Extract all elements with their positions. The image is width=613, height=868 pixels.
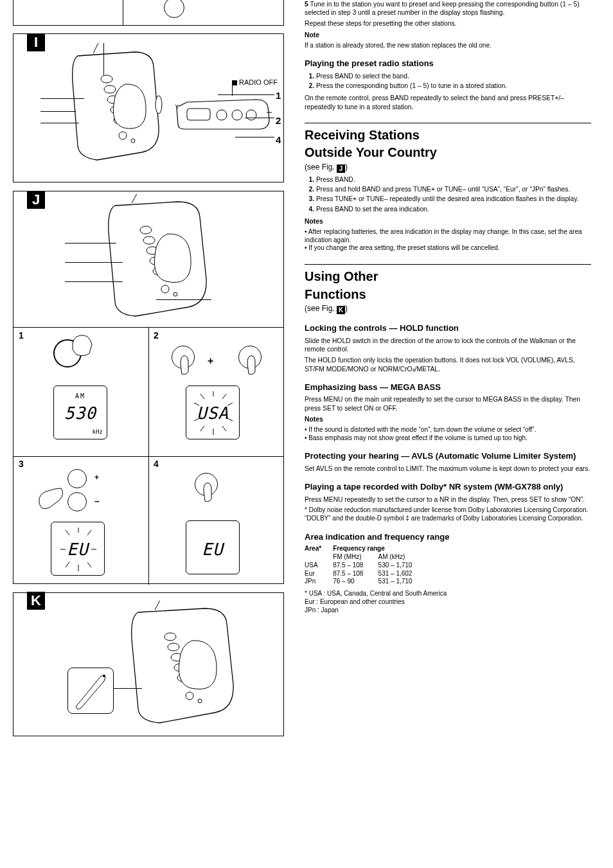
section-divider xyxy=(305,264,591,265)
additional-title-1: Using Other xyxy=(305,269,591,285)
figure-tag-K: K xyxy=(27,592,45,610)
svg-point-10 xyxy=(232,110,242,120)
figure-tag-I: I xyxy=(27,33,45,51)
svg-point-11 xyxy=(246,110,256,120)
svg-point-18 xyxy=(173,292,177,296)
inline-tag-J: J xyxy=(337,164,345,173)
area-step-2: Press and hold BAND and press TUNE+ or T… xyxy=(316,185,591,193)
stub-panel xyxy=(13,0,284,26)
lcd-khz: kHz xyxy=(93,429,103,436)
callout-2: 2 xyxy=(276,114,281,127)
minus-label: – xyxy=(94,496,100,508)
step-5-repeat: Repeat these steps for presetting the ot… xyxy=(305,19,591,28)
dolby-title: Playing a tape recorded with Dolby* NR s… xyxy=(305,482,591,493)
flash-rays-icon xyxy=(51,522,105,576)
svg-line-30 xyxy=(66,530,69,535)
section-divider xyxy=(305,123,591,123)
area-table-footnote: * USA : USA, Canada, Central and South A… xyxy=(305,590,591,614)
svg-line-26 xyxy=(222,426,226,431)
lcd-display: USA xyxy=(186,385,240,439)
svg-point-37 xyxy=(164,633,176,641)
svg-point-9 xyxy=(217,110,227,120)
pen-icon xyxy=(68,668,114,714)
step-cell-1: 1 AM 530 kHz xyxy=(13,328,148,456)
svg-point-1 xyxy=(104,85,116,93)
notes-heading: Notes xyxy=(305,218,323,225)
megabass-title: Emphasizing bass — MEGA BASS xyxy=(305,382,591,393)
receiving-title-1: Receiving Stations xyxy=(305,127,591,144)
area-frequency-table: Area* Frequency range FM (MHz) AM (kHz) … xyxy=(305,545,412,586)
svg-point-7 xyxy=(155,96,162,114)
svg-point-17 xyxy=(161,285,169,293)
flash-rays-icon xyxy=(186,386,240,440)
svg-point-5 xyxy=(119,132,127,139)
text-column: 5 Tune in to the station you want to pre… xyxy=(305,0,591,617)
figure-tag-J: J xyxy=(27,191,45,209)
additional-title-2: Functions xyxy=(305,287,591,303)
lcd-display: AM 530 kHz xyxy=(53,385,107,439)
tune-minus-button-icon xyxy=(67,492,87,511)
lcd-display: EU xyxy=(186,520,240,574)
hold-body2: The HOLD function only locks the operati… xyxy=(305,356,591,373)
megabass-notes-head: Notes xyxy=(305,416,323,423)
play-step-2: Press the corresponding button (1 – 5) t… xyxy=(316,82,591,90)
svg-point-38 xyxy=(168,643,179,651)
svg-line-36 xyxy=(87,562,91,567)
table-row: USA 87.5 – 108 530 – 1,710 xyxy=(305,562,412,570)
area-table-title: Area indication and frequency range xyxy=(305,532,591,543)
area-step-4: Press BAND to set the area indication. xyxy=(316,205,591,213)
lcd-val: EU xyxy=(186,539,239,560)
svg-line-31 xyxy=(87,530,91,535)
dolby-footnote: * Dolby noise reduction manufactured und… xyxy=(305,506,591,523)
detail-callout xyxy=(67,668,114,714)
th-freq: Frequency range xyxy=(333,545,412,553)
svg-point-43 xyxy=(198,699,202,703)
hold-body: Slide the HOLD switch in the direction o… xyxy=(305,337,591,353)
tune-plus-button-icon xyxy=(67,469,87,488)
avls-title: Protecting your hearing — AVLS (Automati… xyxy=(305,451,591,462)
area-note-2: If you change the area setting, the pres… xyxy=(305,244,591,252)
svg-line-23 xyxy=(227,403,233,405)
svg-line-21 xyxy=(222,394,226,399)
svg-point-13 xyxy=(143,236,155,244)
megabass-body: Press MENU on the main unit repeatedly t… xyxy=(305,395,591,412)
device-illustration xyxy=(115,601,244,729)
step-number: 2 xyxy=(154,330,159,342)
svg-line-28 xyxy=(227,418,233,421)
play-remote-note: On the remote control, press BAND repeat… xyxy=(305,94,591,111)
dolby-body: Press MENU repeatedly to set the cursor … xyxy=(305,495,591,504)
callout-4: 4 xyxy=(276,134,281,146)
step-number-5: 5 xyxy=(305,1,308,8)
plus-label: + xyxy=(94,473,99,483)
svg-line-25 xyxy=(200,426,204,431)
table-row: JPn 76 – 90 531 – 1,710 xyxy=(305,578,412,586)
megabass-note-2: Bass emphasis may not show great effect … xyxy=(305,434,591,443)
inline-tag-K: K xyxy=(337,306,345,314)
finger-icon xyxy=(200,482,217,504)
hand-icon xyxy=(70,332,96,357)
lcd-val: 530 xyxy=(54,403,107,424)
hand-icon xyxy=(37,484,65,513)
device-illustration xyxy=(58,43,168,165)
play-step-1: Press BAND to select the band. xyxy=(316,72,591,80)
svg-point-12 xyxy=(140,226,152,234)
megabass-note-1: If the sound is distorted with the mode … xyxy=(305,426,591,434)
svg-rect-8 xyxy=(187,109,210,120)
see-fig-J: (see Fig. J) xyxy=(305,163,591,173)
area-note-1: After replacing batteries, the area indi… xyxy=(305,228,591,245)
lcd-display: EU xyxy=(51,522,105,576)
figure-K xyxy=(13,592,284,736)
svg-point-0 xyxy=(101,75,112,83)
th-am: AM (kHz) xyxy=(378,553,413,562)
plus-icon: + xyxy=(208,355,213,368)
radio-off-label: RADIO OFF xyxy=(232,78,278,87)
hold-title: Locking the controls — HOLD function xyxy=(305,323,591,334)
play-preset-title: Playing the preset radio stations xyxy=(305,58,591,69)
step-number: 1 xyxy=(19,330,24,342)
svg-line-27 xyxy=(194,418,199,421)
remote-illustration xyxy=(175,93,272,149)
finger-icon xyxy=(177,355,193,376)
svg-point-44 xyxy=(103,675,105,677)
step-number: 3 xyxy=(19,459,24,470)
note-body: If a station is already stored, the new … xyxy=(305,42,591,50)
